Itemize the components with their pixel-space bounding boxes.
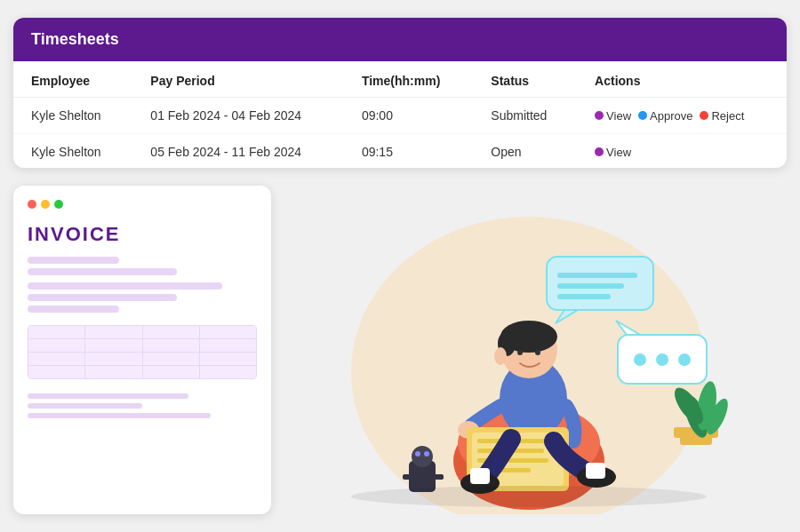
svg-point-16: [678, 353, 691, 366]
invoice-mock-cell: [143, 366, 200, 378]
invoice-table-mock: [28, 325, 257, 379]
view-button-1[interactable]: View: [595, 109, 631, 123]
view-button-2[interactable]: View: [595, 146, 631, 159]
table-row: Kyle Shelton 05 Feb 2024 - 11 Feb 2024 0…: [13, 134, 787, 169]
invoice-mock-cell: [85, 339, 142, 352]
timesheet-title: Timesheets: [31, 30, 119, 48]
svg-rect-11: [557, 294, 611, 299]
invoice-mock-cell: [200, 353, 256, 365]
cell-actions-2: View: [577, 134, 787, 169]
svg-point-15: [656, 353, 668, 366]
illustration-area: [271, 186, 787, 514]
dot-yellow: [41, 200, 50, 209]
actions-group-1: View Approve Reject: [595, 109, 769, 123]
invoice-mock-cell: [85, 326, 142, 338]
col-pay-period: Pay Period: [132, 61, 344, 98]
invoice-mock-row: [28, 326, 256, 339]
illustration-svg: [271, 186, 787, 514]
invoice-mock-cell: [85, 353, 142, 365]
approve-button-1[interactable]: Approve: [638, 109, 692, 123]
svg-rect-42: [433, 474, 444, 480]
invoice-card: INVOICE: [13, 186, 271, 514]
invoice-footer-lines: [28, 393, 257, 418]
invoice-mock-row: [28, 366, 256, 378]
invoice-lines-mid: [28, 282, 257, 313]
invoice-mock-cell: [143, 326, 200, 338]
invoice-footer-line: [28, 413, 211, 418]
svg-point-40: [424, 451, 429, 457]
reject-icon-1: [700, 111, 708, 120]
view-icon-2: [595, 147, 604, 156]
invoice-mock-cell: [200, 366, 256, 378]
invoice-mock-cell: [28, 326, 85, 338]
invoice-line: [28, 268, 177, 275]
cell-actions-1: View Approve Reject: [577, 98, 787, 134]
invoice-mock-cell: [28, 339, 85, 352]
svg-point-14: [634, 353, 646, 366]
col-status: Status: [473, 61, 577, 98]
invoice-title: INVOICE: [28, 223, 257, 246]
col-actions: Actions: [577, 61, 787, 98]
window-controls: [28, 200, 257, 209]
cell-time-2: 09:15: [344, 134, 473, 169]
approve-icon-1: [638, 111, 647, 120]
svg-point-43: [351, 486, 707, 507]
invoice-mock-cell: [143, 339, 200, 352]
invoice-mock-row: [28, 339, 256, 353]
svg-rect-10: [557, 283, 624, 289]
cell-pay-period-2: 05 Feb 2024 - 11 Feb 2024: [132, 134, 344, 169]
invoice-mock-cell: [85, 366, 142, 378]
cell-status-1: Submitted: [473, 98, 577, 134]
timesheet-header: Timesheets: [13, 18, 787, 61]
dot-red: [28, 200, 36, 209]
timesheet-card: Timesheets Employee Pay Period Time(hh:m…: [13, 18, 787, 168]
bottom-section: INVOICE: [13, 186, 787, 514]
timesheet-table: Employee Pay Period Time(hh:mm) Status A…: [13, 61, 787, 168]
cell-time-1: 09:00: [344, 98, 473, 134]
dot-green: [54, 200, 63, 209]
invoice-line: [28, 282, 222, 290]
cell-employee-2: Kyle Shelton: [13, 134, 132, 169]
svg-point-23: [517, 350, 523, 355]
table-row: Kyle Shelton 01 Feb 2024 - 04 Feb 2024 0…: [13, 98, 787, 134]
col-employee: Employee: [13, 61, 132, 98]
reject-button-1[interactable]: Reject: [700, 109, 744, 123]
invoice-mock-cell: [28, 366, 85, 378]
svg-rect-9: [557, 273, 637, 278]
invoice-mock-cell: [200, 326, 256, 338]
view-icon-1: [595, 111, 604, 120]
invoice-mock-row: [28, 353, 256, 366]
svg-rect-35: [470, 468, 490, 484]
col-time: Time(hh:mm): [344, 61, 473, 98]
invoice-footer-line: [28, 393, 188, 399]
cell-status-2: Open: [473, 134, 577, 169]
invoice-footer-line: [28, 403, 142, 409]
invoice-lines-top: [28, 257, 257, 275]
svg-point-25: [494, 347, 507, 365]
invoice-mock-cell: [28, 353, 85, 365]
svg-rect-36: [586, 463, 605, 479]
invoice-line: [28, 294, 177, 301]
invoice-mock-cell: [200, 339, 256, 352]
svg-point-39: [415, 451, 420, 457]
svg-rect-41: [403, 474, 413, 480]
svg-point-24: [535, 350, 540, 355]
actions-group-2: View: [595, 146, 769, 159]
invoice-line: [28, 257, 119, 264]
cell-pay-period-1: 01 Feb 2024 - 04 Feb 2024: [132, 98, 344, 134]
invoice-line: [28, 306, 119, 313]
cell-employee-1: Kyle Shelton: [13, 98, 132, 134]
invoice-mock-cell: [143, 353, 200, 365]
svg-point-38: [412, 446, 433, 467]
